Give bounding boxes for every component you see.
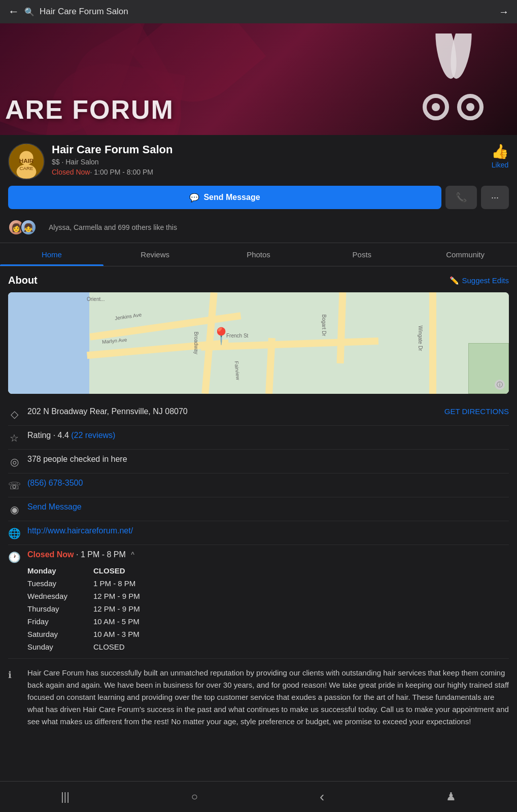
call-button[interactable]: 📞 bbox=[445, 186, 477, 209]
business-category: $$ · Hair Salon bbox=[52, 158, 484, 166]
like-button[interactable]: 👍 Liked bbox=[491, 143, 509, 169]
hours-friday: Friday 10 AM - 5 PM bbox=[27, 615, 509, 628]
svg-text:HAIR: HAIR bbox=[19, 157, 34, 164]
map-label-wingate: Wingate Dr bbox=[418, 326, 423, 351]
get-directions-link[interactable]: GET DIRECTIONS bbox=[444, 407, 509, 416]
send-message-button[interactable]: 💬 Send Message bbox=[8, 186, 441, 209]
svg-text:CARE: CARE bbox=[20, 165, 33, 171]
day-saturday: Saturday bbox=[27, 630, 83, 638]
tab-photos[interactable]: Photos bbox=[207, 243, 311, 266]
rating-content: Rating · 4.4 (22 reviews) bbox=[27, 431, 509, 440]
checkins-row: ◎ 378 people checked in here bbox=[8, 450, 509, 473]
forward-button[interactable]: → bbox=[499, 6, 509, 18]
back-button[interactable]: ← bbox=[8, 5, 19, 18]
friend-avatar-2: 👧 bbox=[20, 219, 37, 235]
tab-reviews[interactable]: Reviews bbox=[104, 243, 207, 266]
suggest-edits-label: Suggest Edits bbox=[462, 276, 509, 285]
hours-monday: Monday CLOSED bbox=[27, 564, 509, 577]
action-buttons: 💬 Send Message 📞 ··· bbox=[0, 180, 517, 215]
globe-icon: 🌐 bbox=[8, 527, 20, 539]
map-label-fairview: Fairview bbox=[234, 361, 241, 380]
time-wednesday: 12 PM - 9 PM bbox=[93, 592, 140, 600]
hero-text: ARE FORUM bbox=[0, 94, 174, 135]
tab-home[interactable]: Home bbox=[0, 243, 104, 266]
hero-banner: ARE FORUM bbox=[0, 23, 517, 135]
send-message-label: Send Message bbox=[203, 193, 260, 202]
tab-posts[interactable]: Posts bbox=[310, 243, 413, 266]
website-row: 🌐 http://www.haircareforum.net/ bbox=[8, 521, 509, 545]
day-monday: Monday bbox=[27, 566, 83, 575]
day-wednesday: Wednesday bbox=[27, 592, 83, 600]
hours-tuesday: Tuesday 1 PM - 8 PM bbox=[27, 577, 509, 590]
map-label-orient: Orient... bbox=[87, 296, 105, 302]
hours-thursday: Thursday 12 PM - 9 PM bbox=[27, 602, 509, 615]
send-message-link[interactable]: Send Message bbox=[27, 502, 82, 511]
likes-text: Alyssa, Carmella and 699 others like thi… bbox=[49, 223, 177, 231]
bottom-nav-home[interactable]: ○ bbox=[191, 790, 198, 803]
star-icon: ☆ bbox=[8, 432, 20, 444]
location-icon: ◇ bbox=[8, 408, 20, 420]
tab-community[interactable]: Community bbox=[413, 243, 517, 266]
description-section: ℹ Hair Care Forum has successfully built… bbox=[8, 659, 509, 736]
liked-label: Liked bbox=[492, 161, 508, 169]
phone-icon: 📞 bbox=[456, 192, 467, 203]
svg-point-4 bbox=[432, 103, 440, 111]
map-pin: 📍 bbox=[211, 326, 231, 346]
time-thursday: 12 PM - 9 PM bbox=[93, 604, 140, 613]
time-tuesday: 1 PM - 8 PM bbox=[93, 579, 135, 588]
closed-status: Closed Now· 1:00 PM - 8:00 PM bbox=[52, 168, 484, 176]
messenger-icon: 💬 bbox=[189, 193, 199, 202]
hours-inline: · 1:00 PM - 8:00 PM bbox=[90, 168, 153, 176]
map-container[interactable]: Jenkins Ave Marlyn Ave Broadway French S… bbox=[8, 292, 509, 394]
rating-link[interactable]: (22 reviews) bbox=[71, 431, 115, 439]
bottom-nav-back[interactable]: ‹ bbox=[320, 789, 324, 805]
address-text: 202 N Broadway Rear, Pennsville, NJ 0807… bbox=[27, 407, 437, 416]
about-header: About ✏️ Suggest Edits bbox=[8, 275, 509, 286]
map-water bbox=[8, 292, 89, 394]
about-section: About ✏️ Suggest Edits Jenkins Ave Marly… bbox=[0, 266, 517, 776]
search-text: Hair Care Forum Salon bbox=[40, 7, 494, 17]
search-bar: ← 🔍 Hair Care Forum Salon → bbox=[0, 0, 517, 23]
suggest-edits-button[interactable]: ✏️ Suggest Edits bbox=[450, 276, 509, 285]
hours-wednesday: Wednesday 12 PM - 9 PM bbox=[27, 590, 509, 602]
rating-label: Rating · 4.4 bbox=[27, 431, 69, 439]
time-friday: 10 AM - 5 PM bbox=[93, 617, 140, 626]
website-link[interactable]: http://www.haircareforum.net/ bbox=[27, 526, 133, 535]
map-label-jenkins: Jenkins Ave bbox=[114, 312, 142, 321]
profile-info: Hair Care Forum Salon $$ · Hair Salon Cl… bbox=[52, 143, 484, 176]
avatar: HAIR CARE bbox=[8, 143, 45, 180]
clock-icon: 🕐 bbox=[8, 551, 20, 563]
day-friday: Friday bbox=[27, 617, 83, 626]
send-message-row: ◉ Send Message bbox=[8, 497, 509, 521]
address-row: ◇ 202 N Broadway Rear, Pennsville, NJ 08… bbox=[8, 402, 509, 426]
time-monday: CLOSED bbox=[93, 566, 125, 575]
bottom-nav-profile[interactable]: ♟ bbox=[446, 790, 456, 803]
day-thursday: Thursday bbox=[27, 604, 83, 613]
time-saturday: 10 AM - 3 PM bbox=[93, 630, 140, 638]
messenger-icon-small: ◉ bbox=[8, 503, 20, 516]
more-button[interactable]: ··· bbox=[481, 186, 509, 209]
hours-toggle[interactable]: ^ bbox=[131, 551, 134, 559]
hours-saturday: Saturday 10 AM - 3 PM bbox=[27, 628, 509, 640]
phone-icon-small: ☏ bbox=[8, 480, 20, 492]
pencil-icon: ✏️ bbox=[450, 276, 459, 285]
bottom-nav: ||| ○ ‹ ♟ bbox=[0, 781, 517, 812]
closed-now-label: Closed Now bbox=[27, 550, 74, 559]
time-sunday: CLOSED bbox=[93, 642, 125, 651]
hours-content: Closed Now · 1 PM - 8 PM ^ Monday CLOSED… bbox=[27, 550, 509, 653]
about-title: About bbox=[8, 275, 38, 286]
map-info-button[interactable]: ⓘ bbox=[495, 380, 505, 390]
checkins-text: 378 people checked in here bbox=[27, 455, 509, 464]
friends-likes: 👩 👧 Alyssa, Carmella and 699 others like… bbox=[0, 215, 517, 243]
map-label-broadway: Broadway bbox=[193, 332, 199, 354]
svg-point-5 bbox=[466, 103, 474, 111]
nav-tabs: Home Reviews Photos Posts Community bbox=[0, 243, 517, 266]
thumbs-up-icon: 👍 bbox=[491, 143, 509, 160]
map-road-wingate bbox=[429, 292, 436, 394]
map-label-bogart: Bogart Dr bbox=[321, 315, 327, 336]
bottom-nav-menu[interactable]: ||| bbox=[61, 790, 70, 803]
hours-table: Monday CLOSED Tuesday 1 PM - 8 PM Wednes… bbox=[27, 564, 509, 653]
phone-link[interactable]: (856) 678-3500 bbox=[27, 479, 83, 487]
search-icon: 🔍 bbox=[24, 7, 35, 17]
more-icon: ··· bbox=[491, 192, 499, 203]
